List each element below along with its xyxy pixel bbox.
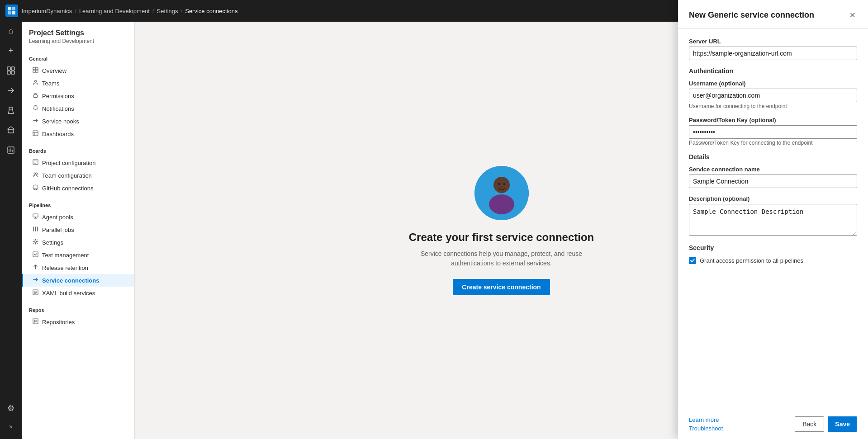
- rail-item-new[interactable]: +: [2, 42, 20, 60]
- app-logo[interactable]: [5, 5, 18, 17]
- svg-point-29: [498, 183, 500, 185]
- svg-rect-3: [12, 11, 15, 14]
- rail-item-home[interactable]: ⌂: [2, 22, 20, 40]
- server-url-input[interactable]: [689, 47, 857, 60]
- connection-name-group: Service connection name: [689, 166, 857, 188]
- sidebar-item-notifications[interactable]: Notifications: [22, 102, 134, 115]
- sidebar-section-label-general: General: [22, 53, 134, 64]
- username-group: Username (optional) Username for connect…: [689, 80, 857, 109]
- sidebar-label-github-connections: GitHub connections: [42, 185, 93, 192]
- description-textarea[interactable]: Sample Connection Description: [689, 204, 857, 236]
- svg-point-27: [493, 177, 510, 193]
- svg-point-20: [33, 185, 38, 190]
- rail-bottom: ⚙ »: [2, 399, 20, 435]
- service-connections-icon: [33, 277, 38, 284]
- sidebar-label-permissions: Permissions: [42, 93, 74, 99]
- repositories-icon: [33, 318, 38, 326]
- authentication-section-label: Authentication: [689, 67, 857, 75]
- description-group: Description (optional) Sample Connection…: [689, 195, 857, 237]
- sidebar-section-label-repos: Repos: [22, 305, 134, 316]
- rail-item-settings[interactable]: ⚙: [2, 399, 20, 417]
- rail-expand[interactable]: »: [2, 417, 20, 435]
- troubleshoot-link[interactable]: Troubleshoot: [689, 425, 723, 432]
- svg-rect-21: [33, 214, 38, 217]
- sidebar-label-team-config: Team configuration: [42, 172, 92, 179]
- teams-icon: [33, 80, 38, 87]
- svg-rect-0: [8, 7, 11, 10]
- sidebar-item-xaml-build[interactable]: XAML build services: [22, 287, 134, 299]
- sidebar-label-notifications: Notifications: [42, 105, 74, 112]
- sidebar-item-settings[interactable]: Settings: [22, 236, 134, 249]
- sidebar-section-label-boards: Boards: [22, 146, 134, 156]
- grant-access-row: Grant access permission to all pipelines: [689, 257, 857, 264]
- server-url-label: Server URL: [689, 38, 857, 45]
- service-connection-panel: New Generic service connection ✕ Server …: [678, 0, 868, 439]
- sidebar-section-label-pipelines: Pipelines: [22, 200, 134, 211]
- svg-rect-8: [8, 129, 14, 133]
- panel-footer: Learn more Troubleshoot Back Save: [678, 409, 868, 439]
- breadcrumb-settings[interactable]: Settings: [157, 8, 178, 14]
- sidebar-item-service-hooks[interactable]: Service hooks: [22, 115, 134, 127]
- sidebar-item-dashboards[interactable]: Dashboards: [22, 127, 134, 140]
- sidebar-item-teams[interactable]: Teams: [22, 77, 134, 90]
- server-url-group: Server URL: [689, 38, 857, 60]
- svg-point-18: [34, 173, 36, 175]
- xaml-build-icon: [33, 289, 38, 297]
- sidebar-item-overview[interactable]: Overview: [22, 64, 134, 77]
- github-icon: [33, 184, 38, 192]
- panel-close-button[interactable]: ✕: [848, 9, 857, 21]
- breadcrumb-org[interactable]: ImperiumDynamics: [22, 8, 72, 14]
- sidebar-label-agent-pools: Agent pools: [42, 214, 73, 221]
- main-description: Service connections help you manage, pro…: [407, 249, 597, 268]
- rail-item-reports[interactable]: [2, 141, 20, 159]
- sidebar-item-service-connections[interactable]: Service connections: [22, 274, 134, 287]
- rail-item-pipelines[interactable]: [2, 81, 20, 99]
- panel-body: Server URL Authentication Username (opti…: [678, 29, 868, 409]
- sidebar-item-release-retention[interactable]: Release retention: [22, 261, 134, 274]
- breadcrumb-sep-1: /: [75, 8, 76, 14]
- panel-title: New Generic service connection: [689, 10, 814, 20]
- username-hint: Username for connecting to the endpoint: [689, 103, 857, 109]
- sidebar-item-github-connections[interactable]: GitHub connections: [22, 182, 134, 194]
- sidebar-item-test-management[interactable]: Test management: [22, 249, 134, 261]
- connection-name-input[interactable]: [689, 175, 857, 188]
- sidebar-subtitle: Learning and Development: [29, 38, 127, 44]
- create-service-connection-button[interactable]: Create service connection: [453, 279, 550, 295]
- main-heading: Create your first service connection: [407, 231, 597, 244]
- illustration-avatar: [474, 166, 529, 220]
- security-section-label: Security: [689, 244, 857, 251]
- sidebar-section-boards: Boards Project configuration Team config…: [22, 146, 134, 194]
- svg-rect-10: [33, 67, 35, 70]
- svg-rect-6: [7, 71, 10, 74]
- rail-item-artifacts[interactable]: [2, 121, 20, 139]
- release-retention-icon: [33, 264, 38, 271]
- username-input[interactable]: [689, 89, 857, 102]
- sidebar-item-team-config[interactable]: Team configuration: [22, 169, 134, 182]
- save-button[interactable]: Save: [828, 416, 857, 432]
- grant-access-checkbox[interactable]: [689, 257, 696, 264]
- grant-access-label: Grant access permission to all pipelines: [700, 257, 803, 264]
- sidebar-label-service-connections: Service connections: [42, 277, 99, 284]
- sidebar-label-overview: Overview: [42, 67, 66, 74]
- sidebar-item-project-config[interactable]: Project configuration: [22, 156, 134, 169]
- password-input[interactable]: [689, 125, 857, 139]
- back-button[interactable]: Back: [795, 416, 824, 432]
- sidebar-item-parallel-jobs[interactable]: Parallel jobs: [22, 223, 134, 236]
- permissions-icon: [33, 92, 38, 99]
- sidebar-item-permissions[interactable]: Permissions: [22, 90, 134, 102]
- svg-rect-12: [33, 70, 35, 72]
- sidebar-label-repositories: Repositories: [42, 319, 75, 326]
- sidebar-section-general: General Overview Teams Permissions Notif…: [22, 53, 134, 140]
- password-group: Password/Token Key (optional) Password/T…: [689, 117, 857, 146]
- rail-item-test[interactable]: [2, 101, 20, 119]
- sidebar-item-repositories[interactable]: Repositories: [22, 316, 134, 328]
- sidebar-item-agent-pools[interactable]: Agent pools: [22, 211, 134, 223]
- learn-more-link[interactable]: Learn more: [689, 416, 723, 423]
- svg-rect-2: [8, 11, 11, 14]
- sidebar-section-repos: Repos Repositories: [22, 305, 134, 328]
- breadcrumb-sep-2: /: [152, 8, 154, 14]
- notifications-icon: [33, 105, 38, 112]
- rail-item-boards[interactable]: [2, 61, 20, 80]
- breadcrumb-project[interactable]: Learning and Development: [79, 8, 150, 14]
- panel-header: New Generic service connection ✕: [678, 0, 868, 29]
